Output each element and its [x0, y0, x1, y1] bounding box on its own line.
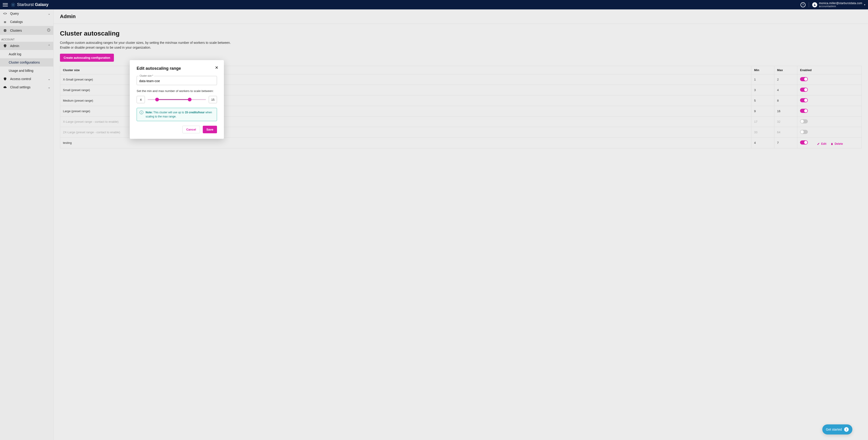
enabled-toggle[interactable] [800, 119, 808, 124]
enabled-toggle[interactable] [800, 109, 808, 113]
get-started-button[interactable]: Get started 1 [822, 425, 852, 435]
chip-icon [3, 29, 7, 32]
sidebar-item-label: Catalogs [10, 20, 23, 24]
user-menu[interactable]: monica.miller@starburstdata.com accounta… [812, 2, 865, 7]
page-description: Configure custom autoscaling ranges for … [60, 40, 239, 50]
cell-min: 3 [751, 85, 774, 95]
edit-action[interactable]: Edit [817, 142, 827, 145]
enabled-toggle[interactable] [800, 98, 808, 102]
min-value-box[interactable]: 4 [136, 96, 145, 103]
cell-min: 17 [751, 116, 774, 127]
code-icon: <> [3, 12, 7, 15]
user-email: monica.miller@starburstdata.com [819, 2, 862, 5]
cell-min: 33 [751, 127, 774, 138]
enabled-toggle[interactable] [800, 140, 808, 144]
sidebar-item-usage-billing[interactable]: Usage and billing [0, 67, 53, 75]
table-header-min: Min [751, 66, 774, 74]
svg-rect-2 [4, 30, 6, 31]
slider-fill [157, 99, 190, 100]
sidebar-item-label: Clusters [10, 29, 22, 32]
chevron-down-icon: ⌄ [48, 85, 51, 89]
hamburger-menu-icon[interactable] [3, 2, 8, 7]
topbar-divider [809, 2, 809, 7]
cell-enabled [797, 74, 862, 85]
enabled-toggle[interactable] [800, 130, 808, 134]
cell-enabled [797, 106, 862, 116]
cluster-size-field[interactable]: Cluster size * [136, 76, 217, 85]
sidebar-item-cluster-configurations[interactable]: Cluster configurations [0, 58, 53, 67]
table-row: testing47 Edit Delete [60, 138, 862, 148]
cell-max: 64 [774, 127, 797, 138]
sidebar-item-admin[interactable]: Admin ⌃ [0, 42, 53, 50]
slider-max-thumb[interactable] [188, 98, 191, 101]
cluster-size-input[interactable] [139, 79, 215, 83]
chevron-down-icon: ⌄ [48, 12, 51, 15]
sidebar-item-label: Admin [10, 44, 19, 48]
cell-min: 9 [751, 106, 774, 116]
starburst-icon [10, 2, 16, 7]
avatar-icon [812, 2, 817, 7]
brand-text-left: Starburst [17, 2, 34, 7]
svg-point-1 [814, 4, 815, 5]
cell-enabled: Edit Delete [797, 138, 862, 148]
field-label: Cluster size * [139, 74, 154, 77]
sidebar-item-label: Access control [10, 77, 31, 81]
cell-enabled [797, 85, 862, 95]
cell-min: 4 [751, 138, 774, 148]
delete-action[interactable]: Delete [831, 142, 843, 145]
table-header-enabled: Enabled [797, 66, 862, 74]
slider-min-thumb[interactable] [155, 98, 159, 101]
sidebar-item-label: Cloud settings [10, 85, 31, 89]
cell-max: 2 [774, 74, 797, 85]
cell-enabled [797, 95, 862, 106]
sidebar-item-access-control[interactable]: Access control ⌄ [0, 75, 53, 83]
page-title: Cluster autoscaling [60, 30, 862, 37]
sidebar-group-account: ACCOUNT [0, 35, 53, 42]
credits-note: i Note: This cluster will use up to 15 c… [136, 108, 217, 121]
edit-autoscaling-modal: ✕ Edit autoscaling range Cluster size * … [130, 60, 224, 139]
cell-min: 5 [751, 95, 774, 106]
get-started-label: Get started [826, 428, 842, 431]
sidebar-item-label: Cluster configurations [9, 61, 40, 64]
cell-max: 7 [774, 138, 797, 148]
sidebar-item-query[interactable]: <>Query ⌄ [0, 9, 53, 18]
cell-max: 4 [774, 85, 797, 95]
brand-logo[interactable]: Starburst Galaxy [10, 2, 49, 7]
close-icon[interactable]: ✕ [215, 65, 218, 70]
enabled-toggle[interactable] [800, 88, 808, 92]
cell-size: testing [60, 138, 751, 148]
cell-enabled [797, 127, 862, 138]
shield-check-icon [3, 44, 7, 48]
cell-min: 1 [751, 74, 774, 85]
sidebar-item-label: Usage and billing [9, 69, 33, 72]
sidebar-item-label: Query [10, 12, 19, 15]
list-icon: ≣ [3, 20, 7, 24]
chevron-down-icon: ⌄ [48, 77, 51, 81]
cloud-icon [3, 85, 7, 89]
cancel-button[interactable]: Cancel [182, 126, 200, 133]
sidebar-item-audit-log[interactable]: Audit log [0, 50, 53, 58]
cell-max: 16 [774, 106, 797, 116]
cell-max: 8 [774, 95, 797, 106]
breadcrumb: Admin [54, 9, 868, 24]
cell-enabled [797, 116, 862, 127]
chevron-down-icon: ▾ [864, 3, 865, 6]
clock-icon [47, 28, 51, 33]
save-button[interactable]: Save [203, 126, 217, 133]
create-autoscaling-button[interactable]: Create autoscaling configuration [60, 54, 114, 62]
svg-rect-3 [5, 30, 5, 31]
info-icon: i [140, 110, 143, 114]
sidebar-item-cloud-settings[interactable]: Cloud settings ⌄ [0, 83, 53, 91]
range-slider[interactable] [148, 99, 206, 100]
modal-helper: Set the min and max number of workers to… [136, 89, 217, 93]
shield-icon [3, 77, 7, 81]
enabled-toggle[interactable] [800, 77, 808, 81]
max-value-box[interactable]: 15 [209, 96, 217, 103]
sidebar-item-label: Audit log [9, 52, 21, 56]
sidebar-item-clusters[interactable]: Clusters [0, 26, 53, 35]
sidebar-item-catalogs[interactable]: ≣Catalogs [0, 18, 53, 26]
help-icon[interactable]: ? [801, 2, 806, 7]
chevron-up-icon: ⌃ [48, 44, 51, 48]
get-started-badge: 1 [844, 427, 849, 432]
svg-point-0 [12, 4, 14, 5]
